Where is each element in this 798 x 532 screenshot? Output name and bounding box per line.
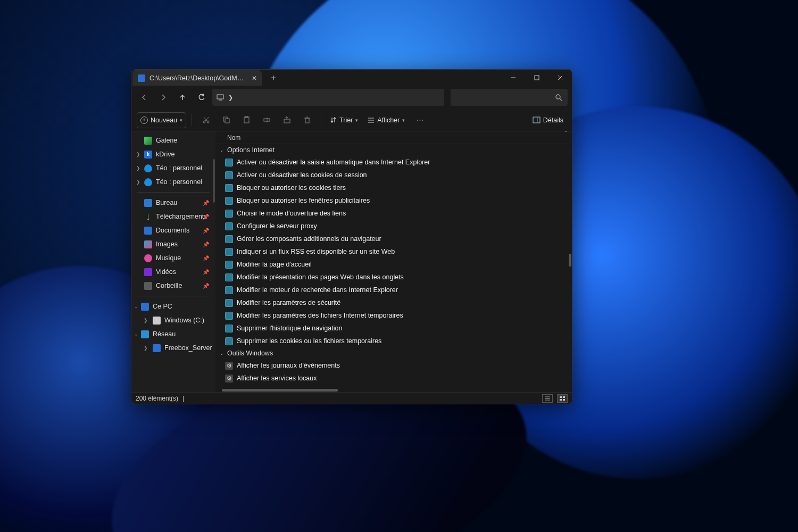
column-header-name[interactable]: Nom ⌃: [215, 131, 572, 144]
minimize-button[interactable]: [502, 70, 525, 86]
list-item-label: Gérer les composants additionnels du nav…: [237, 235, 381, 243]
sidebar-item-label: Galerie: [156, 137, 177, 144]
up-button[interactable]: [174, 89, 191, 106]
sidebar-item-music[interactable]: Musique 📌: [134, 251, 213, 265]
sidebar-item-documents[interactable]: Documents 📌: [134, 223, 213, 237]
list-item[interactable]: Modifier les paramètres de sécurité: [215, 296, 572, 309]
sidebar-item-videos[interactable]: Vidéos 📌: [134, 265, 213, 279]
expand-icon[interactable]: ❯: [143, 318, 148, 323]
expand-icon[interactable]: ❯: [143, 345, 148, 351]
collapse-icon[interactable]: ⌄: [134, 304, 139, 309]
expand-icon[interactable]: ❯: [136, 179, 141, 185]
more-button[interactable]: ⋯: [411, 112, 428, 128]
list-item[interactable]: Modifier la présentation des pages Web d…: [215, 271, 572, 284]
svg-point-6: [556, 95, 560, 99]
view-list-button[interactable]: [542, 394, 553, 403]
vertical-scrollbar[interactable]: [569, 254, 571, 267]
copy-button[interactable]: [218, 112, 235, 128]
network-icon: [141, 330, 149, 338]
view-button[interactable]: Afficher ▾: [364, 112, 408, 128]
list-item[interactable]: Indiquer si un flux RSS est disponible s…: [215, 245, 572, 258]
back-button[interactable]: [136, 89, 153, 106]
sidebar-item-images[interactable]: Images 📌: [134, 237, 213, 251]
pin-icon[interactable]: 📌: [203, 255, 209, 261]
sidebar-item-bureau[interactable]: Bureau 📌: [134, 196, 213, 210]
list-item-label: Bloquer ou autoriser les fenêtres public…: [237, 197, 370, 204]
list-item[interactable]: Bloquer ou autoriser les fenêtres public…: [215, 194, 572, 207]
gear-icon: ⚙: [225, 375, 233, 383]
address-bar[interactable]: ❯: [212, 89, 444, 106]
view-label: Afficher: [377, 117, 400, 124]
group-internet-options[interactable]: ⌄ Options Internet: [215, 144, 572, 156]
collapse-icon[interactable]: ⌄: [134, 331, 139, 337]
paste-button[interactable]: [238, 112, 255, 128]
trash-icon: [303, 116, 311, 124]
list-item[interactable]: Modifier les paramètres des fichiers Int…: [215, 309, 572, 322]
list-item[interactable]: Supprimer les cookies ou les fichiers te…: [215, 335, 572, 347]
list-item[interactable]: ⚙Afficher les services locaux: [215, 372, 572, 385]
sidebar-item-label: Corbeille: [156, 282, 182, 289]
list-item[interactable]: Modifier la page d'accueil: [215, 258, 572, 271]
list-item-label: Afficher les services locaux: [237, 375, 317, 382]
pin-icon[interactable]: 📌: [203, 200, 209, 206]
cloud-icon: [144, 178, 152, 186]
sidebar-item-windows-c[interactable]: ❯ Windows (C:): [134, 313, 213, 327]
horizontal-scrollbar[interactable]: [222, 389, 338, 392]
sidebar-item-thispc[interactable]: ⌄ Ce PC: [134, 300, 213, 313]
svg-rect-32: [560, 399, 562, 401]
refresh-button[interactable]: [193, 89, 210, 106]
list-item[interactable]: Gérer les composants additionnels du nav…: [215, 232, 572, 245]
tab-active[interactable]: C:\Users\Retz\Desktop\GodM… ✕: [132, 70, 262, 86]
expand-icon[interactable]: ❯: [136, 152, 141, 157]
list-item-label: Modifier la présentation des pages Web d…: [237, 273, 404, 281]
new-button[interactable]: + Nouveau ▾: [137, 112, 186, 128]
share-button[interactable]: [278, 112, 295, 128]
list-item[interactable]: Activer ou désactiver la saisie automati…: [215, 156, 572, 169]
list-item[interactable]: Choisir le mode d'ouverture des liens: [215, 207, 572, 220]
list-item[interactable]: Configurer le serveur proxy: [215, 220, 572, 232]
expand-icon[interactable]: ❯: [136, 165, 141, 171]
list-item[interactable]: Modifier le moteur de recherche dans Int…: [215, 284, 572, 296]
sidebar-item-gallery[interactable]: Galerie: [134, 134, 213, 147]
tab-close-button[interactable]: ✕: [251, 75, 257, 81]
sidebar: Galerie ❯ k kDrive ❯ Téo : personnel ❯ T…: [131, 131, 215, 392]
view-details-button[interactable]: [557, 394, 568, 403]
more-icon: ⋯: [417, 116, 423, 124]
details-label: Détails: [543, 117, 563, 124]
pin-icon[interactable]: 📌: [203, 269, 209, 275]
sidebar-item-network[interactable]: ⌄ Réseau: [134, 327, 213, 341]
new-tab-button[interactable]: ＋: [262, 72, 285, 84]
sidebar-item-freebox[interactable]: ❯ Freebox_Server: [134, 341, 213, 355]
sidebar-item-downloads[interactable]: ⭣ Téléchargements 📌: [134, 210, 213, 223]
sidebar-item-label: Téléchargements: [156, 213, 207, 220]
search-box[interactable]: [451, 89, 568, 106]
close-button[interactable]: [548, 70, 572, 86]
sidebar-item-label: Freebox_Server: [164, 344, 212, 352]
sidebar-item-label: Bureau: [156, 199, 177, 206]
sidebar-item-teo-1[interactable]: ❯ Téo : personnel: [134, 161, 213, 175]
sort-button[interactable]: Trier ▾: [327, 112, 361, 128]
pin-icon[interactable]: 📌: [203, 214, 209, 220]
rename-button[interactable]: [258, 112, 275, 128]
sidebar-item-teo-2[interactable]: ❯ Téo : personnel: [134, 175, 213, 189]
list-item[interactable]: ⚙Afficher les journaux d'événements: [215, 359, 572, 372]
maximize-button[interactable]: [525, 70, 548, 86]
pin-icon[interactable]: 📌: [203, 228, 209, 234]
details-pane-button[interactable]: Détails: [529, 112, 567, 128]
item-count: 200 élément(s): [136, 395, 178, 402]
pin-icon[interactable]: 📌: [203, 283, 209, 289]
cut-button[interactable]: [197, 112, 214, 128]
group-windows-tools[interactable]: ⌄ Outils Windows: [215, 347, 572, 359]
chevron-right-icon[interactable]: ❯: [228, 94, 233, 101]
list-item[interactable]: Activer ou désactiver les cookies de ses…: [215, 169, 572, 181]
sidebar-item-kdrive[interactable]: ❯ k kDrive: [134, 147, 213, 161]
delete-button[interactable]: [298, 112, 315, 128]
svg-rect-13: [225, 119, 229, 123]
pin-icon[interactable]: 📌: [203, 242, 209, 247]
list-item[interactable]: Bloquer ou autoriser les cookies tiers: [215, 181, 572, 194]
list-item[interactable]: Supprimer l'historique de navigation: [215, 322, 572, 335]
forward-button[interactable]: [155, 89, 172, 106]
control-panel-icon: [225, 325, 233, 332]
status-bar: 200 élément(s) |: [131, 392, 572, 404]
sidebar-item-trash[interactable]: Corbeille 📌: [134, 279, 213, 293]
